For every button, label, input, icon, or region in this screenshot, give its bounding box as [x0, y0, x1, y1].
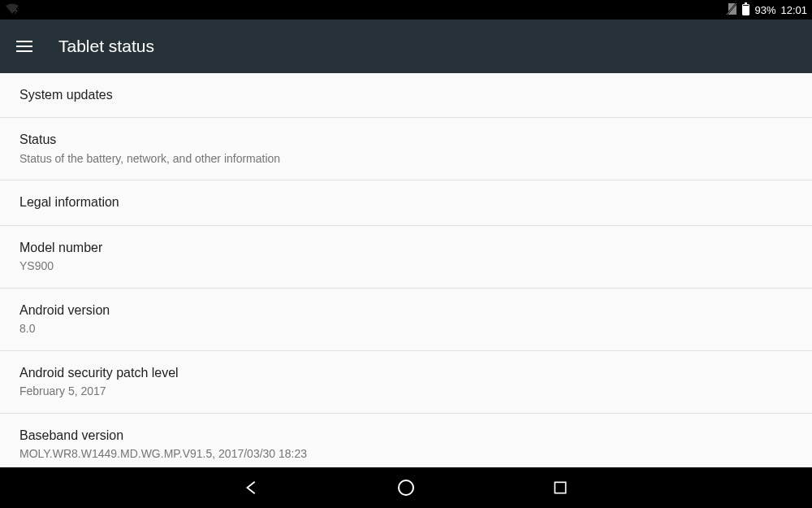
- settings-list: System updates Status Status of the batt…: [0, 73, 812, 467]
- row-subtitle: YS900: [19, 258, 793, 275]
- svg-point-3: [399, 480, 413, 495]
- row-system-updates[interactable]: System updates: [0, 73, 812, 118]
- row-baseband-version[interactable]: Baseband version MOLY.WR8.W1449.MD.WG.MP…: [0, 414, 812, 467]
- row-legal-information[interactable]: Legal information: [0, 180, 812, 225]
- row-android-version[interactable]: Android version 8.0: [0, 289, 812, 351]
- battery-percent: 93%: [754, 4, 775, 16]
- row-security-patch[interactable]: Android security patch level February 5,…: [0, 351, 812, 414]
- row-subtitle: Status of the battery, network, and othe…: [19, 151, 793, 167]
- row-title: Legal information: [19, 193, 793, 211]
- back-button[interactable]: [235, 471, 268, 504]
- row-title: System updates: [19, 86, 793, 104]
- row-subtitle: 8.0: [19, 321, 793, 337]
- row-title: Android security patch level: [19, 364, 793, 382]
- row-title: Android version: [19, 302, 793, 319]
- row-title: Model number: [19, 239, 793, 257]
- navigation-bar: [0, 467, 812, 508]
- row-title: Status: [19, 131, 793, 149]
- svg-text:?: ?: [14, 9, 17, 15]
- app-bar: Tablet status: [0, 20, 812, 73]
- status-bar: ? 93% 12:01: [0, 0, 812, 20]
- page-title: Tablet status: [58, 37, 154, 56]
- row-status[interactable]: Status Status of the battery, network, a…: [0, 118, 812, 180]
- home-button[interactable]: [390, 471, 422, 504]
- row-title: Baseband version: [19, 427, 793, 445]
- row-model-number[interactable]: Model number YS900: [0, 226, 812, 289]
- row-subtitle: February 5, 2017: [19, 384, 793, 400]
- wifi-weak-icon: ?: [5, 3, 19, 17]
- svg-rect-4: [555, 482, 565, 493]
- no-sim-icon: [726, 2, 737, 18]
- battery-icon: [742, 4, 749, 15]
- row-subtitle: MOLY.WR8.W1449.MD.WG.MP.V91.5, 2017/03/3…: [19, 446, 793, 462]
- recents-button[interactable]: [544, 471, 577, 504]
- clock: 12:01: [780, 4, 807, 16]
- menu-icon[interactable]: [16, 41, 32, 52]
